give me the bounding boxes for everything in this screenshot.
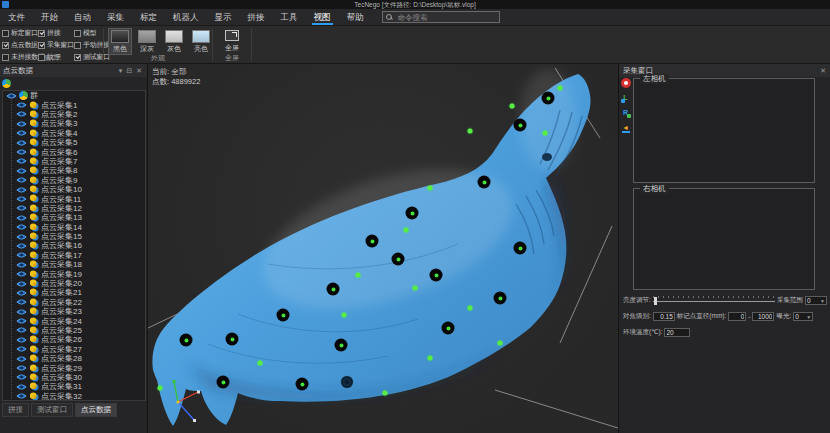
checkbox-box[interactable] xyxy=(38,42,45,49)
3d-viewport[interactable]: 当前: 全部 点数: 4889922 xyxy=(148,64,618,433)
eye-icon[interactable] xyxy=(16,223,27,231)
point-cloud-icon xyxy=(29,317,39,326)
left-camera-icon[interactable]: L xyxy=(621,93,631,103)
tree-item[interactable]: 点云采集3 xyxy=(12,119,145,128)
checkbox-拼接[interactable]: 拼接 xyxy=(38,28,72,38)
eye-icon[interactable] xyxy=(16,326,27,334)
eye-icon[interactable] xyxy=(6,92,17,100)
eye-icon[interactable] xyxy=(16,204,27,212)
menu-item-6[interactable]: 显示 xyxy=(207,9,240,26)
eye-icon[interactable] xyxy=(16,298,27,306)
range-select[interactable]: 0 ▼ xyxy=(805,296,827,305)
eye-icon[interactable] xyxy=(16,157,27,165)
eye-icon[interactable] xyxy=(16,195,27,203)
point-cloud-icon xyxy=(29,307,39,316)
group-icon xyxy=(19,91,28,100)
menu-item-5[interactable]: 机器人 xyxy=(165,9,207,26)
menu-item-3[interactable]: 采集 xyxy=(99,9,132,26)
tree-item[interactable]: 点云采集5 xyxy=(12,138,145,147)
point-cloud-tree[interactable]: 群点云采集1点云采集2点云采集3点云采集4点云采集5点云采集6点云采集7点云采集… xyxy=(2,90,146,401)
theme-button-亮色[interactable]: 亮色 xyxy=(189,28,213,55)
menu-item-10[interactable]: 帮助 xyxy=(339,9,372,26)
eye-icon[interactable] xyxy=(16,364,27,372)
checkbox-box[interactable] xyxy=(2,30,9,37)
appearance-group-label: 外观 xyxy=(104,53,212,63)
checkbox-标定窗口[interactable]: 标定窗口 xyxy=(2,28,36,38)
right-camera-icon[interactable]: R xyxy=(621,108,631,118)
checkbox-点云数据[interactable]: 点云数据 xyxy=(2,40,36,50)
eye-icon[interactable] xyxy=(16,355,27,363)
eye-icon[interactable] xyxy=(16,373,27,381)
tree-item[interactable]: 点云采集32 xyxy=(12,392,145,401)
capture-arrow-icon[interactable]: ◄ xyxy=(621,123,631,133)
capture-panel-close-icon[interactable]: ✕ xyxy=(820,67,826,75)
marker-point xyxy=(258,361,263,366)
menu-item-1[interactable]: 开始 xyxy=(33,9,66,26)
eye-icon[interactable] xyxy=(16,110,27,118)
checkbox-box[interactable] xyxy=(74,30,81,37)
checkbox-box[interactable] xyxy=(2,42,9,49)
eye-icon[interactable] xyxy=(16,176,27,184)
eye-icon[interactable] xyxy=(16,101,27,109)
tree-item[interactable]: 点云采集2 xyxy=(12,110,145,119)
eye-icon[interactable] xyxy=(16,186,27,194)
fullscreen-button[interactable]: 全屏 xyxy=(219,28,245,55)
eye-icon[interactable] xyxy=(16,336,27,344)
exposure-select[interactable]: 0 ▼ xyxy=(793,312,813,321)
eye-icon[interactable] xyxy=(16,317,27,325)
search-input[interactable] xyxy=(396,12,496,23)
focus-input[interactable] xyxy=(653,312,675,321)
menu-item-0[interactable]: 文件 xyxy=(0,9,33,26)
slider-handle[interactable] xyxy=(654,297,657,305)
eye-icon[interactable] xyxy=(16,233,27,241)
eye-icon[interactable] xyxy=(16,251,27,259)
ribbon: 标定窗口点云数据未拼接数据拼接采集窗口纹理模型手动拼接测试窗口 窗口 黑色深灰灰… xyxy=(0,26,830,64)
eye-icon[interactable] xyxy=(16,242,27,250)
eye-icon[interactable] xyxy=(16,308,27,316)
checkbox-采集窗口[interactable]: 采集窗口 xyxy=(38,40,72,50)
command-search[interactable] xyxy=(382,11,500,23)
record-icon[interactable] xyxy=(621,78,631,88)
menu-item-9[interactable]: 视图 xyxy=(306,9,339,26)
eye-icon[interactable] xyxy=(16,261,27,269)
tree-item[interactable]: 点云采集1 xyxy=(12,100,145,109)
eye-icon[interactable] xyxy=(16,139,27,147)
panel-tab-点云数据[interactable]: 点云数据 xyxy=(75,403,117,417)
theme-button-深灰[interactable]: 深灰 xyxy=(135,28,159,55)
menu-item-8[interactable]: 工具 xyxy=(273,9,306,26)
reference-marker xyxy=(514,242,527,255)
theme-button-黑色[interactable]: 黑色 xyxy=(108,28,132,55)
eye-icon[interactable] xyxy=(16,129,27,137)
checkbox-box[interactable] xyxy=(74,42,81,49)
eye-icon[interactable] xyxy=(16,214,27,222)
brightness-slider[interactable] xyxy=(653,296,775,305)
menu-item-7[interactable]: 拼接 xyxy=(240,9,273,26)
tree-item[interactable]: 点云采集6 xyxy=(12,147,145,156)
menu-item-2[interactable]: 自动 xyxy=(66,9,99,26)
eye-icon[interactable] xyxy=(16,280,27,288)
eye-icon[interactable] xyxy=(16,289,27,297)
tree-item[interactable]: 点云采集4 xyxy=(12,129,145,138)
marker-point xyxy=(428,186,433,191)
eye-icon[interactable] xyxy=(16,383,27,391)
eye-icon[interactable] xyxy=(16,392,27,400)
panel-dropdown-icon[interactable]: ▾ xyxy=(117,64,125,77)
eye-icon[interactable] xyxy=(16,345,27,353)
menu-item-4[interactable]: 标定 xyxy=(132,9,165,26)
eye-icon[interactable] xyxy=(16,167,27,175)
diameter-max-input[interactable] xyxy=(752,312,774,321)
panel-float-icon[interactable]: ⊟ xyxy=(124,64,134,77)
eye-icon[interactable] xyxy=(16,270,27,278)
temperature-input[interactable] xyxy=(664,328,690,337)
eye-icon[interactable] xyxy=(16,148,27,156)
panel-tab-测试窗口[interactable]: 测试窗口 xyxy=(31,403,73,417)
diameter-min-input[interactable] xyxy=(728,312,746,321)
theme-button-灰色[interactable]: 灰色 xyxy=(162,28,186,55)
tree-item[interactable]: 点云采集7 xyxy=(12,157,145,166)
color-mode-icon[interactable] xyxy=(2,79,11,88)
panel-tab-拼接[interactable]: 拼接 xyxy=(2,403,29,417)
panel-close-icon[interactable]: ✕ xyxy=(134,64,144,77)
checkbox-box[interactable] xyxy=(38,30,45,37)
eye-icon[interactable] xyxy=(16,120,27,128)
tree-item[interactable]: 点云采集8 xyxy=(12,166,145,175)
